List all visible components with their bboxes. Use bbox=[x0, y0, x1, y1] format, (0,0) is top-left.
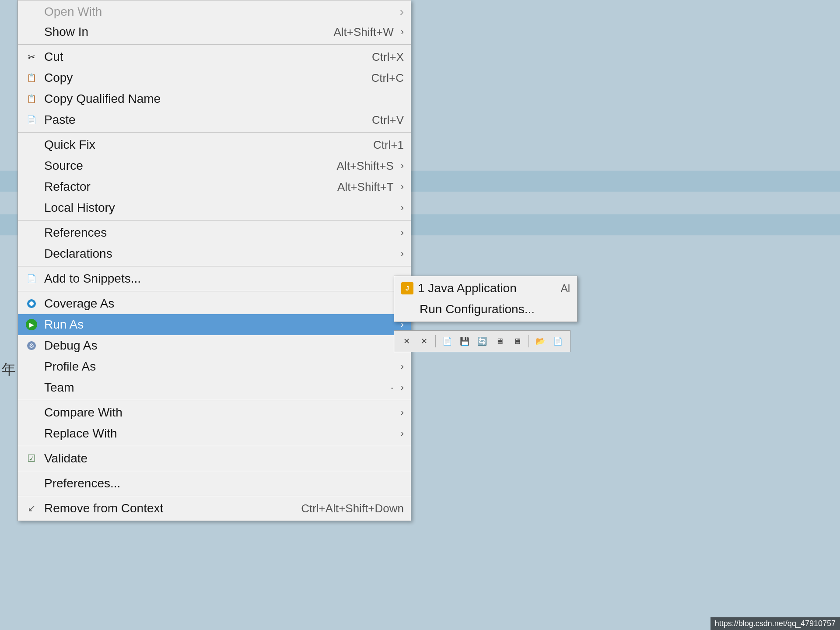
local-history-label: Local History bbox=[44, 201, 401, 215]
menu-item-debug-as[interactable]: ⚙ Debug As › bbox=[18, 335, 411, 356]
show-in-arrow: › bbox=[401, 26, 404, 38]
source-label: Source bbox=[44, 159, 319, 173]
replace-with-label: Replace With bbox=[44, 427, 401, 441]
java-app-icon: J bbox=[401, 282, 413, 294]
replace-with-arrow: › bbox=[401, 428, 404, 439]
preferences-label: Preferences... bbox=[44, 476, 404, 490]
toolbar-btn-2[interactable]: ✕ bbox=[416, 333, 432, 349]
menu-item-compare-with[interactable]: Compare With › bbox=[18, 402, 411, 423]
run-as-icon: ▶ bbox=[25, 318, 38, 331]
copy-qualified-label: Copy Qualified Name bbox=[44, 92, 404, 106]
toolbar-sep-2 bbox=[528, 335, 529, 347]
java-app-shortcut: Al bbox=[561, 282, 570, 294]
cut-label: Cut bbox=[44, 50, 354, 64]
url-bar: https://blog.csdn.net/qq_47910757 bbox=[710, 617, 840, 630]
refactor-shortcut: Alt+Shift+T bbox=[337, 180, 394, 194]
menu-item-local-history[interactable]: Local History › bbox=[18, 197, 411, 218]
menu-item-copy[interactable]: 📋 Copy Ctrl+C bbox=[18, 67, 411, 88]
separator-2 bbox=[18, 132, 411, 133]
team-arrow: › bbox=[401, 382, 404, 393]
refactor-arrow: › bbox=[401, 181, 404, 192]
menu-item-replace-with[interactable]: Replace With › bbox=[18, 423, 411, 444]
separator-9 bbox=[18, 496, 411, 496]
menu-item-source[interactable]: Source Alt+Shift+S › bbox=[18, 155, 411, 176]
references-label: References bbox=[44, 226, 401, 240]
refactor-label: Refactor bbox=[44, 180, 320, 194]
paste-label: Paste bbox=[44, 113, 354, 127]
profile-as-arrow: › bbox=[401, 361, 404, 372]
menu-item-validate[interactable]: ☑ Validate bbox=[18, 448, 411, 469]
menu-item-declarations[interactable]: Declarations › bbox=[18, 243, 411, 264]
coverage-as-label: Coverage As bbox=[44, 297, 401, 311]
source-arrow: › bbox=[401, 160, 404, 172]
toolbar-btn-5[interactable]: 🔄 bbox=[474, 333, 490, 349]
declarations-label: Declarations bbox=[44, 247, 401, 261]
validate-icon: ☑ bbox=[25, 452, 38, 465]
separator-8 bbox=[18, 471, 411, 471]
toolbar-btn-4[interactable]: 💾 bbox=[457, 333, 472, 349]
menu-item-cut[interactable]: ✂ Cut Ctrl+X bbox=[18, 46, 411, 67]
menu-item-add-snippets[interactable]: 📄 Add to Snippets... bbox=[18, 268, 411, 289]
show-in-shortcut: Alt+Shift+W bbox=[333, 25, 393, 39]
separator-1 bbox=[18, 44, 411, 45]
toolbar-btn-9[interactable]: 📄 bbox=[550, 333, 566, 349]
run-as-label: Run As bbox=[44, 318, 401, 332]
menu-item-profile-as[interactable]: Profile As › bbox=[18, 356, 411, 377]
add-snippets-label: Add to Snippets... bbox=[44, 272, 404, 286]
play-circle-icon: ▶ bbox=[26, 319, 37, 330]
open-with-arrow: › bbox=[400, 5, 404, 19]
menu-item-references[interactable]: References › bbox=[18, 222, 411, 243]
validate-label: Validate bbox=[44, 452, 404, 466]
submenu-run-configurations[interactable]: Run Configurations... bbox=[394, 299, 577, 320]
copy-icon: 📋 bbox=[25, 71, 38, 84]
menu-item-coverage-as[interactable]: Coverage As › bbox=[18, 293, 411, 314]
team-dot: · bbox=[390, 381, 393, 395]
menu-item-open-with[interactable]: Open With › bbox=[18, 2, 411, 21]
menu-item-remove-from-context[interactable]: ↙ Remove from Context Ctrl+Alt+Shift+Dow… bbox=[18, 498, 411, 519]
profile-as-label: Profile As bbox=[44, 360, 401, 374]
menu-item-quick-fix[interactable]: Quick Fix Ctrl+1 bbox=[18, 134, 411, 155]
paste-shortcut: Ctrl+V bbox=[372, 113, 404, 127]
source-shortcut: Alt+Shift+S bbox=[337, 159, 394, 173]
separator-6 bbox=[18, 400, 411, 400]
menu-item-copy-qualified-name[interactable]: 📋 Copy Qualified Name bbox=[18, 88, 411, 109]
toolbar-btn-8[interactable]: 📂 bbox=[532, 333, 548, 349]
snippets-icon: 📄 bbox=[25, 272, 38, 285]
separator-4 bbox=[18, 266, 411, 266]
java-app-label: 1 Java Application bbox=[418, 281, 517, 295]
menu-item-refactor[interactable]: Refactor Alt+Shift+T › bbox=[18, 176, 411, 197]
remove-shortcut: Ctrl+Alt+Shift+Down bbox=[301, 502, 404, 515]
submenu-java-application[interactable]: J 1 Java Application Al bbox=[394, 278, 577, 299]
debug-icon: ⚙ bbox=[25, 339, 38, 352]
coverage-icon bbox=[25, 297, 38, 310]
menu-item-preferences[interactable]: Preferences... bbox=[18, 473, 411, 494]
copy-shortcut: Ctrl+C bbox=[371, 71, 404, 85]
remove-label: Remove from Context bbox=[44, 501, 284, 515]
svg-text:⚙: ⚙ bbox=[29, 342, 35, 349]
compare-with-arrow: › bbox=[401, 407, 404, 418]
toolbar-btn-1[interactable]: ✕ bbox=[399, 333, 414, 349]
menu-item-team[interactable]: Team · › bbox=[18, 377, 411, 398]
team-label: Team bbox=[44, 381, 382, 395]
separator-7 bbox=[18, 446, 411, 446]
menu-item-show-in[interactable]: Show In Alt+Shift+W › bbox=[18, 21, 411, 42]
declarations-arrow: › bbox=[401, 248, 404, 259]
open-with-label: Open With bbox=[44, 5, 102, 19]
run-config-label: Run Configurations... bbox=[420, 302, 535, 316]
submenu-run-as: J 1 Java Application Al Run Configuratio… bbox=[394, 276, 578, 322]
context-menu: Open With › Show In Alt+Shift+W › ✂ Cut … bbox=[18, 0, 411, 521]
copy-qualified-icon: 📋 bbox=[25, 92, 38, 105]
local-history-arrow: › bbox=[401, 202, 404, 214]
toolbar-btn-6[interactable]: 🖥 bbox=[492, 333, 508, 349]
quick-fix-label: Quick Fix bbox=[44, 138, 356, 152]
toolbar-btn-3[interactable]: 📄 bbox=[439, 333, 455, 349]
quick-fix-shortcut: Ctrl+1 bbox=[373, 138, 404, 152]
toolbar-area: ✕ ✕ 📄 💾 🔄 🖥 🖥 📂 📄 bbox=[394, 330, 570, 352]
toolbar-btn-7[interactable]: 🖥 bbox=[509, 333, 525, 349]
separator-5 bbox=[18, 291, 411, 291]
menu-item-run-as[interactable]: ▶ Run As › bbox=[18, 314, 411, 335]
menu-item-paste[interactable]: 📄 Paste Ctrl+V bbox=[18, 109, 411, 130]
separator-3 bbox=[18, 220, 411, 220]
copy-label: Copy bbox=[44, 71, 354, 85]
remove-icon: ↙ bbox=[25, 502, 38, 515]
